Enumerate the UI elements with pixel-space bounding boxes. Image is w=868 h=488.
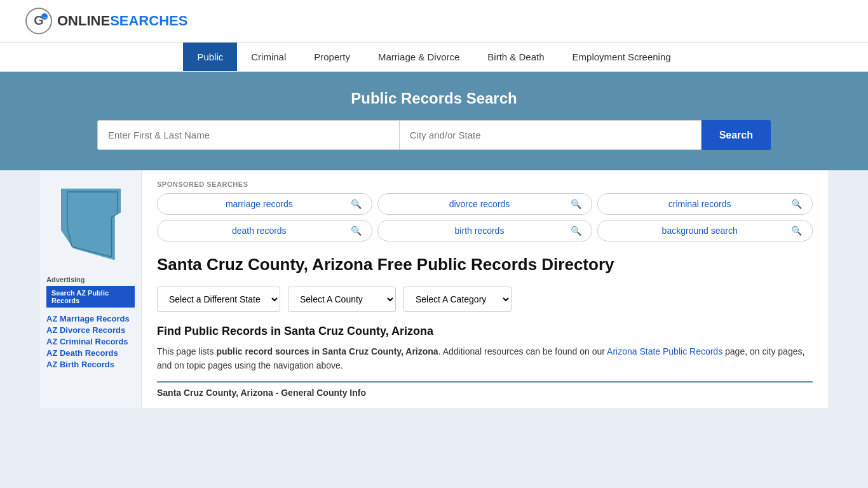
sponsored-link-criminal[interactable]: criminal records	[608, 199, 791, 209]
find-description: This page lists public record sources in…	[157, 344, 813, 373]
search-icon-divorce: 🔍	[571, 199, 581, 209]
search-icon-criminal: 🔍	[791, 199, 802, 209]
az-state-records-link[interactable]: Arizona State Public Records	[607, 346, 722, 356]
sidebar-link-birth[interactable]: AZ Birth Records	[46, 360, 135, 369]
sponsored-link-death[interactable]: death records	[168, 226, 351, 236]
county-info-heading: Santa Cruz County, Arizona - General Cou…	[157, 388, 813, 398]
hero-title: Public Records Search	[25, 90, 843, 107]
search-icon-death: 🔍	[351, 226, 362, 236]
sidebar-link-criminal[interactable]: AZ Criminal Records	[46, 337, 135, 346]
search-icon-background: 🔍	[791, 226, 802, 236]
sponsored-link-birth[interactable]: birth records	[388, 226, 571, 236]
main-nav: Public Criminal Property Marriage & Divo…	[0, 43, 868, 72]
find-desc-bold: public record sources in Santa Cruz Coun…	[216, 346, 438, 356]
search-button[interactable]: Search	[702, 120, 771, 150]
county-info-bar: Santa Cruz County, Arizona - General Cou…	[157, 381, 813, 398]
find-desc-part1: This page lists	[157, 346, 216, 356]
state-dropdown[interactable]: Select a Different StateAlabamaAlaskaAri…	[157, 287, 280, 312]
name-input[interactable]	[97, 120, 400, 150]
dropdowns-row: Select a Different StateAlabamaAlaskaAri…	[157, 287, 813, 312]
sidebar-link-marriage[interactable]: AZ Marriage Records	[46, 314, 135, 323]
county-dropdown[interactable]: Select A County	[288, 287, 396, 312]
sponsored-label: SPONSORED SEARCHES	[157, 180, 813, 188]
sponsored-item-background[interactable]: background search 🔍	[597, 220, 813, 241]
search-form: Search	[97, 120, 771, 150]
sponsored-link-divorce[interactable]: divorce records	[388, 199, 571, 209]
find-heading: Find Public Records in Santa Cruz County…	[157, 325, 813, 338]
sponsored-link-background[interactable]: background search	[608, 226, 791, 236]
sidebar-link-divorce[interactable]: AZ Divorce Records	[46, 325, 135, 335]
sponsored-item-death[interactable]: death records 🔍	[157, 220, 372, 241]
sponsored-grid: marriage records 🔍 divorce records 🔍 cri…	[157, 193, 813, 241]
search-icon-marriage: 🔍	[351, 199, 362, 209]
page-title: Santa Cruz County, Arizona Free Public R…	[157, 254, 813, 275]
sponsored-item-marriage[interactable]: marriage records 🔍	[157, 193, 372, 215]
sidebar: Advertising Search AZ Public Records AZ …	[40, 170, 142, 408]
find-desc-part2: . Additional resources can be found on o…	[438, 346, 607, 356]
nav-criminal[interactable]: Criminal	[237, 43, 300, 71]
sponsored-item-criminal[interactable]: criminal records 🔍	[597, 193, 813, 215]
sidebar-links: AZ Marriage Records AZ Divorce Records A…	[46, 314, 135, 369]
logo-text: ONLINESEARCHES	[57, 13, 187, 29]
nav-property[interactable]: Property	[300, 43, 364, 71]
ad-search-button[interactable]: Search AZ Public Records	[46, 286, 135, 308]
category-dropdown[interactable]: Select A Category	[403, 287, 512, 312]
search-icon-birth: 🔍	[571, 226, 581, 236]
az-map-icon	[53, 183, 129, 266]
nav-employment[interactable]: Employment Screening	[559, 43, 685, 71]
advertising-label: Advertising	[46, 276, 135, 283]
nav-marriage-divorce[interactable]: Marriage & Divorce	[364, 43, 473, 71]
sponsored-item-divorce[interactable]: divorce records 🔍	[377, 193, 593, 215]
site-logo[interactable]: G → ONLINESEARCHES	[25, 8, 187, 34]
sidebar-link-death[interactable]: AZ Death Records	[46, 348, 135, 358]
nav-birth-death[interactable]: Birth & Death	[473, 43, 558, 71]
hero-section: Public Records Search Search	[0, 72, 868, 170]
main-content: SPONSORED SEARCHES marriage records 🔍 di…	[142, 170, 828, 408]
svg-text:→: →	[43, 15, 47, 20]
sponsored-link-marriage[interactable]: marriage records	[168, 199, 351, 209]
sponsored-item-birth[interactable]: birth records 🔍	[377, 220, 593, 241]
location-input[interactable]	[400, 120, 702, 150]
logo-icon: G →	[25, 8, 52, 34]
nav-public[interactable]: Public	[183, 43, 237, 71]
